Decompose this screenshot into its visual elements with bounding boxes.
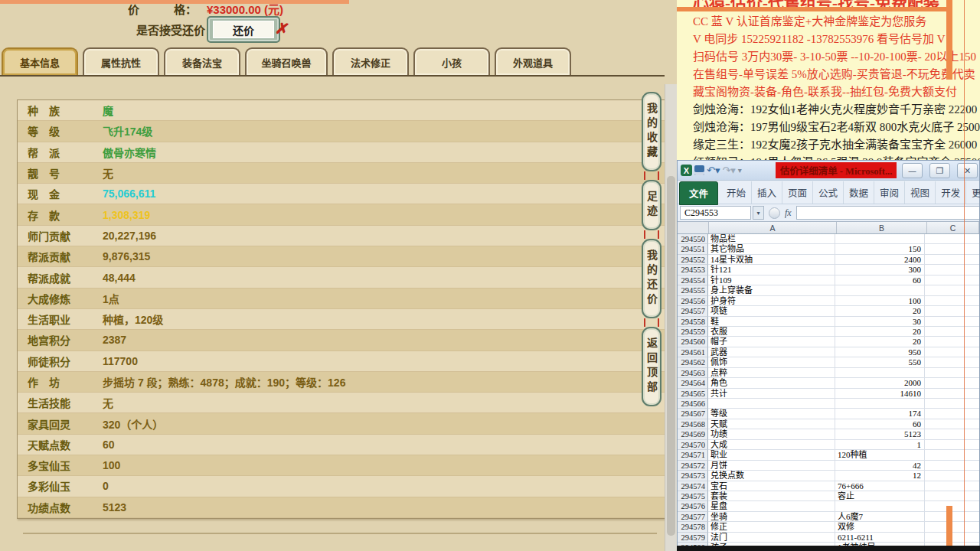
cell-a[interactable]: 共计 — [708, 389, 835, 399]
cell-c[interactable] — [925, 244, 979, 254]
cell-c[interactable] — [925, 265, 979, 275]
cell-a[interactable]: 功绩 — [708, 429, 835, 439]
ribbon-tab[interactable]: 数据 — [844, 181, 874, 204]
row-header[interactable]: 294568 — [678, 419, 708, 429]
cell-b[interactable] — [835, 368, 925, 378]
minimize-button[interactable]: — — [902, 163, 923, 178]
cell-c[interactable] — [925, 378, 979, 388]
cell-b[interactable]: 120种植 — [835, 450, 925, 460]
cell-b[interactable]: 20 — [835, 327, 925, 337]
select-all-corner[interactable] — [678, 222, 709, 233]
row-header[interactable]: 294577 — [678, 512, 708, 522]
cell-a[interactable]: 角色 — [708, 378, 835, 388]
cell-c[interactable] — [925, 306, 979, 316]
cell-a[interactable]: 物品栏 — [708, 234, 835, 244]
cell-c[interactable] — [925, 461, 979, 471]
game-tab[interactable]: 装备法宝 — [164, 47, 240, 75]
cell-a[interactable]: 坐骑 — [708, 512, 835, 522]
cell-a[interactable]: 项链 — [708, 306, 835, 316]
cell-b[interactable]: 容止 — [835, 491, 925, 501]
cell-c[interactable] — [925, 285, 979, 295]
cell-b[interactable]: 5123 — [835, 429, 925, 439]
cell-c[interactable] — [925, 419, 979, 429]
excel-logo-icon[interactable]: X — [681, 165, 692, 176]
cell-c[interactable] — [925, 296, 979, 306]
cell-a[interactable]: 点粹 — [708, 368, 835, 378]
row-header[interactable]: 294555 — [678, 285, 708, 295]
cell-a[interactable]: 等级 — [708, 409, 835, 419]
row-header[interactable]: 294561 — [678, 347, 708, 357]
save-icon[interactable] — [694, 165, 704, 175]
cell-a[interactable]: 职业 — [708, 450, 835, 460]
cell-b[interactable]: 300 — [835, 265, 925, 275]
cell-a[interactable]: 套装 — [708, 491, 835, 501]
side-tab[interactable]: 足迹 — [642, 180, 662, 230]
ribbon-tab[interactable]: 视图 — [905, 181, 936, 204]
column-header-c[interactable]: C — [927, 222, 979, 233]
cell-b[interactable]: 42 — [835, 461, 925, 471]
row-header[interactable]: 294566 — [678, 399, 708, 409]
cell-a[interactable] — [708, 399, 835, 409]
cell-a[interactable]: 帽子 — [708, 337, 835, 347]
cell-b[interactable]: 60 — [835, 276, 925, 285]
game-tab[interactable]: 小孩 — [413, 47, 490, 75]
side-tab[interactable]: 返回顶部 — [642, 327, 662, 406]
cell-b[interactable]: 人6魔7 — [835, 512, 925, 522]
row-header[interactable]: 294564 — [678, 378, 708, 388]
undo-icon[interactable]: ↶▾ — [707, 165, 720, 175]
cell-a[interactable]: 针109 — [708, 276, 835, 285]
row-header[interactable]: 294572 — [678, 461, 708, 471]
ribbon-tab[interactable]: 更多 — [966, 181, 980, 204]
scrollbar-thumb[interactable] — [667, 176, 675, 536]
row-header[interactable]: 294573 — [678, 471, 708, 481]
row-header[interactable]: 294579 — [678, 533, 708, 543]
cell-b[interactable]: 100 — [835, 296, 925, 306]
name-box[interactable]: C294553 — [680, 206, 751, 220]
redo-icon[interactable]: ↷▾ — [722, 165, 735, 175]
cell-c[interactable] — [925, 347, 979, 357]
negotiate-button[interactable]: 还价 — [207, 16, 280, 43]
row-header[interactable]: 294557 — [678, 306, 708, 316]
cell-c[interactable] — [925, 429, 979, 439]
cell-a[interactable]: 护身符 — [708, 296, 835, 306]
ribbon-tab[interactable]: 开始 — [721, 181, 752, 204]
game-tab[interactable]: 坐骑召唤兽 — [245, 47, 328, 75]
cell-c[interactable] — [925, 399, 979, 409]
cell-c[interactable] — [925, 357, 979, 367]
cell-b[interactable]: 20 — [835, 337, 925, 347]
cell-b[interactable]: 6211-6211 — [835, 533, 925, 543]
cell-b[interactable]: 2000 — [835, 378, 925, 388]
game-tab[interactable]: 属性抗性 — [83, 47, 159, 75]
cell-a[interactable]: 武器 — [708, 347, 835, 357]
cell-c[interactable] — [925, 409, 979, 419]
cell-b[interactable]: 174 — [835, 409, 925, 419]
page-scrollbar[interactable] — [665, 84, 678, 551]
row-header[interactable]: 294560 — [678, 337, 708, 347]
cell-a[interactable]: 大成 — [708, 440, 835, 450]
row-header[interactable]: 294565 — [678, 389, 708, 399]
cell-b[interactable] — [835, 399, 925, 409]
ribbon-tab[interactable]: 公式 — [813, 181, 844, 204]
cell-c[interactable] — [925, 471, 979, 481]
cell-b[interactable]: 76+666 — [835, 481, 925, 491]
row-header[interactable]: 294571 — [678, 450, 708, 460]
cell-c[interactable] — [925, 276, 979, 285]
cell-a[interactable]: 针121 — [708, 265, 835, 275]
cell-b[interactable]: 20 — [835, 306, 925, 316]
cell-c[interactable] — [925, 450, 979, 460]
cell-a[interactable]: 月饼 — [708, 461, 835, 471]
cell-c[interactable] — [925, 491, 979, 501]
cell-a[interactable]: 兑换点数 — [708, 471, 835, 481]
row-header[interactable]: 294554 — [678, 276, 708, 285]
cell-a[interactable]: 法门 — [708, 533, 835, 543]
cell-a[interactable]: 修正 — [708, 522, 835, 532]
cell-c[interactable] — [925, 440, 979, 450]
cell-b[interactable]: 14610 — [835, 389, 925, 399]
row-header[interactable]: 294562 — [678, 357, 708, 367]
row-header[interactable]: 294578 — [678, 522, 708, 532]
cell-c[interactable] — [925, 327, 979, 337]
cell-c[interactable] — [925, 317, 979, 327]
cell-a[interactable]: 佩饰 — [708, 357, 835, 367]
qat-dropdown-icon[interactable]: ▾ — [738, 166, 742, 174]
cell-b[interactable] — [835, 234, 925, 244]
